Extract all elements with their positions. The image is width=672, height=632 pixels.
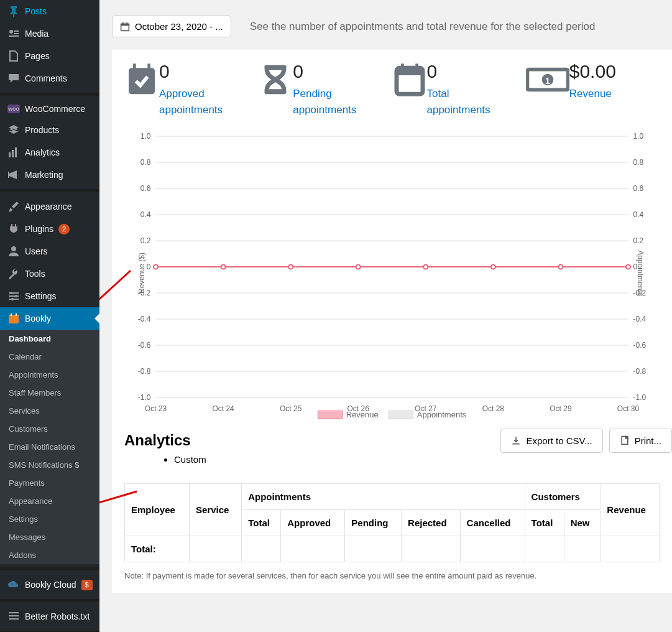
- svg-rect-14: [16, 314, 17, 316]
- menu-plugins[interactable]: Plugins2: [0, 218, 99, 240]
- hourglass-icon: [258, 62, 293, 97]
- calendar-icon: [7, 312, 20, 325]
- menu-robots[interactable]: Better Robots.txt: [0, 605, 99, 628]
- stat-link[interactable]: Approvedappointments: [159, 86, 223, 118]
- menu-label: Tools: [25, 269, 45, 279]
- menu-settings[interactable]: Settings: [0, 285, 99, 307]
- submenu-settings[interactable]: Settings: [0, 510, 99, 528]
- stat-link[interactable]: Totalappointments: [427, 86, 490, 118]
- dollar-badge: $: [81, 580, 93, 590]
- svg-point-10: [11, 298, 14, 300]
- revenue-chart: Revenue ($) Appointments 1.01.00.80.80.6…: [124, 130, 660, 416]
- stats-row: 0Approvedappointments 0Pendingappointmen…: [124, 62, 660, 118]
- menu-label: Better Robots.txt: [25, 611, 90, 621]
- submenu-addons[interactable]: Addons: [0, 546, 99, 564]
- menu-appearance[interactable]: Appearance: [0, 195, 99, 218]
- th-cancelled[interactable]: Cancelled: [460, 510, 525, 536]
- svg-rect-25: [122, 22, 124, 24]
- svg-point-86: [558, 265, 563, 269]
- svg-text:1.0: 1.0: [140, 132, 151, 141]
- submenu-services[interactable]: Services: [0, 402, 99, 420]
- marketing-icon: [7, 169, 20, 181]
- submenu-staff[interactable]: Staff Members: [0, 384, 99, 402]
- page-icon: [7, 50, 20, 62]
- wrench-icon: [7, 267, 20, 280]
- submenu-email-notifications[interactable]: Email Notifications: [0, 438, 99, 456]
- svg-rect-16: [9, 615, 19, 616]
- svg-text:0.8: 0.8: [140, 158, 151, 167]
- stat-pending: 0Pendingappointments: [258, 62, 392, 118]
- money-icon: 1: [526, 62, 569, 97]
- y-axis-left-label: Revenue ($): [137, 253, 146, 294]
- svg-point-83: [356, 265, 361, 269]
- stat-revenue: 1 $0.00Revenue: [526, 62, 660, 118]
- menu-products[interactable]: Products: [0, 119, 99, 141]
- th-revenue[interactable]: Revenue: [601, 484, 660, 536]
- th-service[interactable]: Service: [190, 484, 242, 536]
- media-icon: [7, 27, 20, 40]
- stat-value: 0: [159, 62, 223, 81]
- menu-label: Bookly Cloud: [25, 580, 76, 590]
- menu-bookly-cloud[interactable]: Bookly Cloud $: [0, 574, 99, 596]
- update-badge: 2: [58, 224, 70, 235]
- menu-label: Marketing: [25, 170, 63, 180]
- print-button[interactable]: Print...: [609, 429, 672, 453]
- submenu-customers[interactable]: Customers: [0, 420, 99, 438]
- menu-comments[interactable]: Comments: [0, 67, 99, 90]
- submenu-appearance[interactable]: Appearance: [0, 492, 99, 510]
- menu-posts[interactable]: Posts: [0, 0, 99, 22]
- brush-icon: [7, 200, 20, 213]
- svg-text:1.0: 1.0: [633, 132, 644, 141]
- menu-label: Pages: [25, 51, 50, 61]
- submenu-appointments[interactable]: Appointments: [0, 366, 99, 384]
- analytics-icon: [7, 146, 20, 159]
- th-rejected[interactable]: Rejected: [402, 510, 461, 536]
- list-icon: [7, 610, 20, 623]
- svg-point-85: [491, 265, 495, 269]
- svg-text:Oct 26: Oct 26: [348, 404, 370, 413]
- svg-text:-1.0: -1.0: [138, 393, 151, 402]
- menu-marketing[interactable]: Marketing: [0, 164, 99, 186]
- svg-rect-15: [9, 612, 19, 613]
- stat-link[interactable]: Revenue: [569, 86, 616, 102]
- export-csv-button[interactable]: Export to CSV...: [500, 429, 602, 453]
- svg-point-4: [11, 246, 16, 251]
- th-employee[interactable]: Employee: [125, 484, 190, 536]
- submenu-calendar[interactable]: Calendar: [0, 348, 99, 366]
- th-cust-total[interactable]: Total: [525, 510, 564, 536]
- svg-point-87: [626, 265, 630, 269]
- stat-value: 0: [427, 62, 490, 81]
- menu-bookly[interactable]: Bookly: [0, 307, 99, 330]
- menu-users[interactable]: Users: [0, 240, 99, 263]
- menu-analytics[interactable]: Analytics: [0, 141, 99, 164]
- submenu-payments[interactable]: Payments: [0, 474, 99, 492]
- svg-text:-1.0: -1.0: [633, 393, 647, 402]
- th-total[interactable]: Total: [242, 510, 281, 536]
- plug-icon: [7, 223, 20, 235]
- date-range-picker[interactable]: October 23, 2020 - ...: [112, 16, 231, 37]
- svg-text:Oct 28: Oct 28: [482, 404, 505, 413]
- stat-link[interactable]: Pendingappointments: [293, 86, 356, 118]
- menu-tools[interactable]: Tools: [0, 263, 99, 285]
- th-cust-new[interactable]: New: [564, 510, 601, 536]
- submenu-sms-notifications[interactable]: SMS Notifications $: [0, 456, 99, 474]
- menu-label: Appearance: [25, 202, 72, 211]
- calendar-blank-icon: [392, 62, 427, 97]
- svg-rect-17: [9, 618, 19, 620]
- svg-text:0.6: 0.6: [140, 184, 151, 193]
- svg-point-84: [423, 265, 428, 269]
- dollar-badge: $: [75, 460, 79, 470]
- th-pending[interactable]: Pending: [345, 510, 402, 536]
- menu-media[interactable]: Media: [0, 22, 99, 45]
- submenu-messages[interactable]: Messages: [0, 528, 99, 546]
- svg-text:Oct 29: Oct 29: [550, 404, 572, 413]
- submenu-dashboard[interactable]: Dashboard: [0, 330, 99, 348]
- y-axis-right-label: Appointments: [635, 250, 644, 295]
- th-approved[interactable]: Approved: [281, 510, 345, 536]
- svg-text:1: 1: [545, 76, 550, 86]
- analytics-table: Employee Service Appointments Customers …: [124, 483, 660, 562]
- menu-pages[interactable]: Pages: [0, 45, 99, 67]
- svg-text:Oct 23: Oct 23: [145, 404, 167, 413]
- stat-approved: 0Approvedappointments: [124, 62, 258, 118]
- menu-woocommerce[interactable]: wooWooCommerce: [0, 99, 99, 119]
